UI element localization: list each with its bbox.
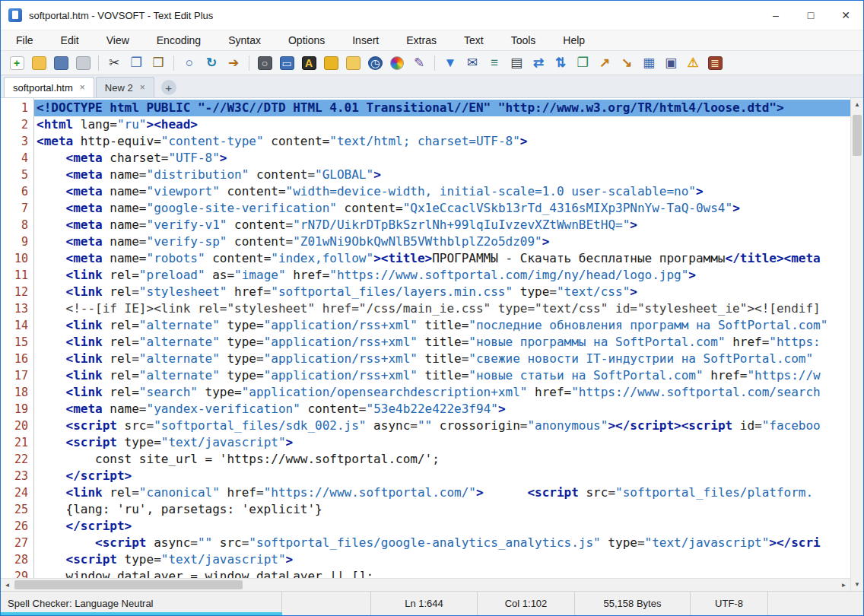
copy-button[interactable]: ❐ — [126, 53, 146, 73]
code-line-19[interactable]: <meta name="yandex-verification" content… — [34, 401, 850, 418]
code-line-22[interactable]: const site_url = 'https://www.softportal… — [34, 451, 850, 468]
vertical-scrollbar[interactable]: ▲ ▼ — [850, 98, 863, 591]
status-progress-bar — [1, 612, 282, 615]
horizontal-scrollbar[interactable]: ◄ ► — [1, 578, 850, 591]
code-line-21[interactable]: <script type="text/javascript"> — [34, 434, 850, 451]
email-button[interactable]: ✉ — [462, 53, 482, 73]
open-folder-button[interactable] — [29, 53, 49, 73]
tab-new-2[interactable]: New 2× — [96, 77, 154, 97]
code-line-6[interactable]: <meta name="viewport" content="width=dev… — [34, 183, 850, 200]
color-picker-button[interactable] — [387, 53, 407, 73]
pen-icon: ✎ — [412, 56, 427, 70]
menu-item-options[interactable]: Options — [275, 30, 338, 50]
menu-item-extras[interactable]: Extras — [392, 30, 450, 50]
code-line-20[interactable]: <script src="softportal_files/sdk_002.js… — [34, 418, 850, 434]
font-button[interactable]: A — [299, 53, 319, 73]
menu-item-syntax[interactable]: Syntax — [214, 30, 275, 50]
calculator-button[interactable]: ≣ — [705, 53, 725, 73]
code-line-1[interactable]: <!DOCTYPE html PUBLIC "-//W3C//DTD HTML … — [34, 100, 850, 116]
swap-horizontal-button[interactable]: ⇄ — [529, 53, 548, 73]
line-number: 2 — [1, 116, 28, 133]
minimize-button[interactable]: – — [758, 1, 793, 30]
code-line-7[interactable]: <meta name="google-site-verification" co… — [34, 200, 850, 217]
code-lines[interactable]: <!DOCTYPE html PUBLIC "-//W3C//DTD HTML … — [34, 98, 850, 578]
window-title: softportal.htm - VOVSOFT - Text Edit Plu… — [29, 10, 213, 21]
import-button[interactable]: ↘ — [617, 53, 637, 73]
save-all-button[interactable]: ▣ — [661, 53, 681, 73]
menu-item-help[interactable]: Help — [549, 30, 599, 50]
code-area[interactable]: 1234567891011121314151617181920212223242… — [1, 98, 850, 578]
lock-button[interactable] — [321, 53, 341, 73]
unlock-button[interactable] — [343, 53, 363, 73]
maximize-button[interactable]: □ — [793, 1, 828, 30]
display-button[interactable]: ▭ — [277, 53, 297, 73]
replace-button[interactable]: ↻ — [202, 53, 221, 73]
clock-button[interactable]: ◷ — [365, 53, 385, 73]
code-line-9[interactable]: <meta name="verify-sp" content="Z01wNi9O… — [34, 233, 850, 250]
print-preview-button[interactable]: ▤ — [507, 53, 526, 73]
code-line-12[interactable]: <link rel="stylesheet" href="softportal_… — [34, 284, 850, 300]
code-line-14[interactable]: <link rel="alternate" type="application/… — [34, 317, 850, 334]
menu-item-edit[interactable]: Edit — [47, 30, 93, 50]
goto-button[interactable]: ➔ — [224, 53, 243, 73]
scroll-left-icon[interactable]: ◄ — [1, 579, 14, 592]
code-line-26[interactable]: </script> — [34, 518, 850, 535]
new-file-button[interactable]: + — [7, 53, 27, 73]
export-button[interactable]: ↗ — [595, 53, 615, 73]
code-line-11[interactable]: <link rel="preload" as="image" href="htt… — [34, 267, 850, 284]
code-line-23[interactable]: </script> — [34, 468, 850, 484]
numbered-list-button[interactable]: ≡ — [484, 53, 504, 73]
filter-button[interactable]: ▼ — [440, 53, 460, 73]
print-icon — [76, 56, 91, 70]
code-line-5[interactable]: <meta name="distribution" content="GLOBA… — [34, 167, 850, 183]
horizontal-scroll-thumb[interactable] — [14, 580, 243, 589]
editor-main: 1234567891011121314151617181920212223242… — [1, 98, 850, 591]
scroll-right-icon[interactable]: ► — [837, 579, 850, 592]
cut-button[interactable]: ✂ — [104, 53, 124, 73]
unlock-icon — [346, 56, 361, 70]
code-line-28[interactable]: <script type="text/javascript"> — [34, 551, 850, 568]
zoom-view-button[interactable]: ○ — [255, 53, 275, 73]
tab-close-icon[interactable]: × — [140, 83, 145, 92]
tab-softportal-htm[interactable]: softportal.htm× — [4, 77, 94, 97]
code-line-17[interactable]: <link rel="alternate" type="application/… — [34, 367, 850, 384]
tab-close-icon[interactable]: × — [80, 83, 85, 92]
scroll-up-icon[interactable]: ▲ — [851, 98, 864, 111]
status-encoding: UTF-8 — [691, 592, 768, 615]
menu-item-text[interactable]: Text — [450, 30, 497, 50]
code-line-8[interactable]: <meta name="verify-v1" content="rN7D/Uik… — [34, 217, 850, 233]
vertical-scroll-thumb[interactable] — [853, 115, 862, 156]
menu-item-view[interactable]: View — [93, 30, 143, 50]
line-number: 29 — [1, 568, 28, 578]
code-line-13[interactable]: <!--[if IE]><link rel="stylesheet" href=… — [34, 300, 850, 317]
print-button[interactable] — [73, 53, 93, 73]
menu-item-encoding[interactable]: Encoding — [143, 30, 214, 50]
new-tab-button[interactable]: + — [161, 80, 176, 95]
code-line-16[interactable]: <link rel="alternate" type="application/… — [34, 351, 850, 367]
code-line-10[interactable]: <meta name="robots" content="index,follo… — [34, 250, 850, 267]
menu-item-insert[interactable]: Insert — [338, 30, 392, 50]
menu-item-file[interactable]: File — [2, 30, 47, 50]
line-number: 12 — [1, 284, 28, 300]
scroll-down-icon[interactable]: ▼ — [851, 578, 864, 591]
close-button[interactable]: ✕ — [828, 1, 863, 30]
warning-button[interactable]: ⚠ — [683, 53, 703, 73]
code-line-25[interactable]: {lang: 'ru', parsetags: 'explicit'} — [34, 501, 850, 518]
menu-item-tools[interactable]: Tools — [497, 30, 550, 50]
code-line-29[interactable]: window.dataLayer = window.dataLayer || [… — [34, 568, 850, 578]
code-line-18[interactable]: <link rel="search" type="application/ope… — [34, 384, 850, 401]
duplicate-button[interactable]: ❐ — [573, 53, 592, 73]
code-line-15[interactable]: <link rel="alternate" type="application/… — [34, 334, 850, 351]
pen-button[interactable]: ✎ — [409, 53, 429, 73]
find-button[interactable]: ○ — [179, 53, 199, 73]
code-line-27[interactable]: <script async="" src="softportal_files/g… — [34, 535, 850, 551]
code-line-2[interactable]: <html lang="ru"><head> — [34, 116, 850, 133]
swap-vertical-button[interactable]: ⇅ — [551, 53, 570, 73]
paste-button[interactable]: ❒ — [148, 53, 168, 73]
code-line-24[interactable]: <link rel="canonical" href="https://www.… — [34, 484, 850, 501]
code-line-4[interactable]: <meta charset="UTF-8"> — [34, 150, 850, 167]
table-button[interactable]: ▦ — [639, 53, 659, 73]
save-button[interactable] — [51, 53, 71, 73]
line-number: 20 — [1, 418, 28, 434]
code-line-3[interactable]: <meta http-equiv="content-type" content=… — [34, 133, 850, 150]
